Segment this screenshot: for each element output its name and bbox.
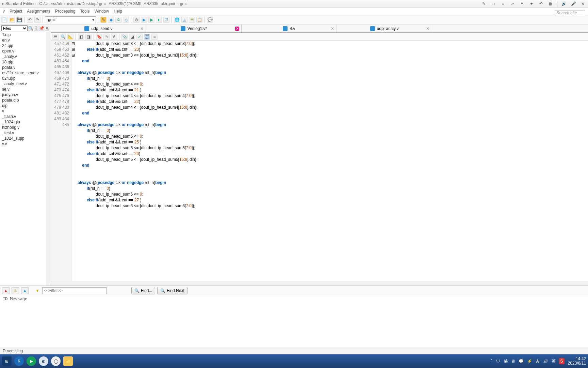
diamond-icon[interactable]: ◆ bbox=[108, 17, 114, 23]
explorer-icon[interactable]: 📁 bbox=[63, 356, 73, 366]
tray-chat-icon[interactable]: 💬 bbox=[519, 359, 524, 364]
undo-icon[interactable]: ↶ bbox=[27, 17, 33, 23]
app3-icon[interactable]: ◐ bbox=[39, 356, 48, 366]
editor-tab[interactable]: udp_send.v✕ bbox=[51, 25, 146, 32]
undo-icon[interactable]: ↶ bbox=[538, 1, 544, 7]
close-icon[interactable]: ✕ bbox=[45, 26, 49, 31]
menu-window[interactable]: Window bbox=[94, 9, 109, 14]
file-item[interactable]: se.v bbox=[0, 87, 46, 92]
editor-tab[interactable]: udp_analy.v✕ bbox=[337, 25, 432, 32]
sidebar-mode-select[interactable]: Files bbox=[1, 25, 28, 31]
find-button[interactable]: 🔍 Find... bbox=[131, 287, 155, 294]
clip-icon[interactable]: 📎 bbox=[121, 34, 128, 40]
eraser-icon[interactable]: ◢ bbox=[129, 34, 135, 40]
close-icon[interactable]: ✕ bbox=[140, 27, 144, 31]
mic-icon[interactable]: 🎤 bbox=[570, 1, 576, 7]
taskview-icon[interactable]: ⊞ bbox=[2, 356, 12, 366]
error-filter-icon[interactable]: ▲ bbox=[2, 287, 10, 294]
wand-icon[interactable]: ✎ bbox=[100, 17, 107, 23]
code-text[interactable]: dout_ip_head_sum3 <= {din,dout_ip_head_s… bbox=[76, 41, 588, 281]
check-icon[interactable]: ✓ bbox=[136, 34, 143, 40]
info-filter-icon[interactable]: ▲ bbox=[21, 287, 29, 294]
file-item[interactable]: _flash.v bbox=[0, 114, 46, 119]
stop-icon[interactable]: ⊘ bbox=[133, 17, 140, 23]
code-area[interactable]: 457 458 459 460 461 462 463 464 465 466 … bbox=[51, 41, 588, 281]
file-item[interactable]: v bbox=[0, 108, 46, 114]
diamond2-icon[interactable]: ◇ bbox=[123, 17, 129, 23]
menu-processing[interactable]: Processing bbox=[55, 9, 75, 14]
file-item[interactable]: es/fifo_store_send.v bbox=[0, 70, 46, 76]
tray-shield-icon[interactable]: 🛡 bbox=[496, 359, 500, 364]
funnel-icon[interactable]: ▼ bbox=[35, 287, 40, 294]
ruler-icon[interactable]: 📐 bbox=[67, 34, 74, 40]
tray-video-icon[interactable]: 📽 bbox=[504, 359, 508, 364]
pin-icon[interactable]: 📌 bbox=[39, 26, 44, 31]
push-icon[interactable]: ↧ bbox=[34, 26, 38, 31]
chip-icon[interactable]: ◬ bbox=[181, 17, 187, 23]
tray-net-icon[interactable]: 🖧 bbox=[536, 359, 540, 364]
step-icon[interactable]: ⏵ bbox=[156, 17, 162, 23]
play-icon[interactable]: ▶ bbox=[141, 17, 147, 23]
file-item[interactable]: 024.qip bbox=[0, 76, 46, 81]
pencil-icon[interactable]: ✎ bbox=[481, 1, 487, 7]
globe-icon[interactable]: 🌐 bbox=[174, 17, 180, 23]
search-small-icon[interactable]: 🔍 bbox=[28, 26, 33, 31]
arrow-icon[interactable]: ↗ bbox=[509, 1, 516, 7]
close-icon[interactable]: ✕ bbox=[426, 27, 430, 31]
prev-icon[interactable]: ↰ bbox=[103, 34, 110, 40]
timer-icon[interactable]: ⏱ bbox=[163, 17, 169, 23]
clock[interactable]: 14:42 2023/8/11 bbox=[568, 357, 586, 366]
list-icon[interactable]: ☰ bbox=[189, 17, 195, 23]
indent-icon[interactable]: ◧ bbox=[78, 34, 84, 40]
square-icon[interactable]: □ bbox=[490, 1, 496, 7]
filter-input[interactable]: <<Filter>> bbox=[42, 287, 107, 294]
app2-icon[interactable]: ▶ bbox=[27, 356, 36, 366]
bookmark-icon[interactable]: 🔖 bbox=[96, 34, 102, 40]
ime-lang[interactable]: 英 bbox=[552, 358, 556, 364]
tray-battery-icon[interactable]: ⚡ bbox=[527, 359, 532, 364]
circle-icon[interactable]: ○ bbox=[500, 1, 506, 7]
fold-column[interactable]: ⊟ ⊟ ⊟ bbox=[71, 41, 76, 281]
editor-tab[interactable]: 4.v✕ bbox=[242, 25, 337, 32]
editor-tab[interactable]: Verilog1.v*✕ bbox=[146, 25, 242, 32]
tray-sound-icon[interactable]: 🔊 bbox=[543, 359, 548, 364]
scrollbar[interactable] bbox=[46, 32, 51, 286]
file-item[interactable]: 18.qip bbox=[0, 59, 46, 65]
file-item[interactable]: jiaoyan.v bbox=[0, 92, 46, 97]
text-icon[interactable]: A bbox=[519, 1, 525, 7]
file-item[interactable]: T.qip bbox=[0, 32, 46, 37]
open-icon[interactable]: 📂 bbox=[9, 17, 15, 23]
binoculars-icon[interactable]: 🔍 bbox=[60, 34, 66, 40]
file-item[interactable]: _analy.v bbox=[0, 54, 46, 59]
menu-assignments[interactable]: Assignments bbox=[27, 9, 50, 14]
search-top[interactable]: Search alte bbox=[555, 10, 585, 16]
file-item[interactable]: hizhong.v bbox=[0, 125, 46, 130]
gear-icon[interactable]: ✲ bbox=[115, 17, 121, 23]
speaker-icon[interactable]: 🔊 bbox=[561, 1, 567, 7]
doc-icon[interactable]: 📋 bbox=[196, 17, 202, 23]
tray-monitor-icon[interactable]: 🖥 bbox=[511, 359, 515, 364]
tray-chevron-icon[interactable]: ˄ bbox=[491, 359, 493, 364]
file-item[interactable]: _1024_s.qip bbox=[0, 136, 46, 141]
chat-icon[interactable]: 💬 bbox=[207, 17, 213, 23]
select-icon[interactable]: ☰ bbox=[52, 34, 59, 40]
file-item[interactable]: _analy_new.v bbox=[0, 81, 46, 87]
project-combo[interactable]: rgmii ▾ bbox=[45, 16, 96, 23]
file-item[interactable]: en.v bbox=[0, 37, 46, 43]
menu-tools[interactable]: Tools bbox=[80, 9, 89, 14]
file-item[interactable]: 24.qip bbox=[0, 43, 46, 48]
ime-icon[interactable]: S bbox=[559, 358, 565, 364]
redo-icon[interactable]: ↷ bbox=[34, 17, 40, 23]
app1-icon[interactable]: K bbox=[14, 356, 24, 366]
find-next-button[interactable]: 🔍 Find Next bbox=[157, 287, 187, 294]
file-item[interactable]: y.v bbox=[0, 141, 46, 147]
save-icon[interactable]: 💾 bbox=[16, 17, 22, 23]
wand-icon[interactable]: ✦ bbox=[528, 1, 535, 7]
close-icon[interactable]: ✕ bbox=[330, 27, 334, 31]
warning-filter-icon[interactable]: ⚠ bbox=[12, 287, 19, 294]
outdent-icon[interactable]: ◨ bbox=[85, 34, 92, 40]
close-icon[interactable]: ✕ bbox=[580, 1, 586, 7]
close-icon[interactable]: ✕ bbox=[235, 27, 239, 31]
lines267-icon[interactable]: 267268 bbox=[144, 34, 150, 40]
trash-icon[interactable]: 🗑 bbox=[548, 1, 554, 7]
